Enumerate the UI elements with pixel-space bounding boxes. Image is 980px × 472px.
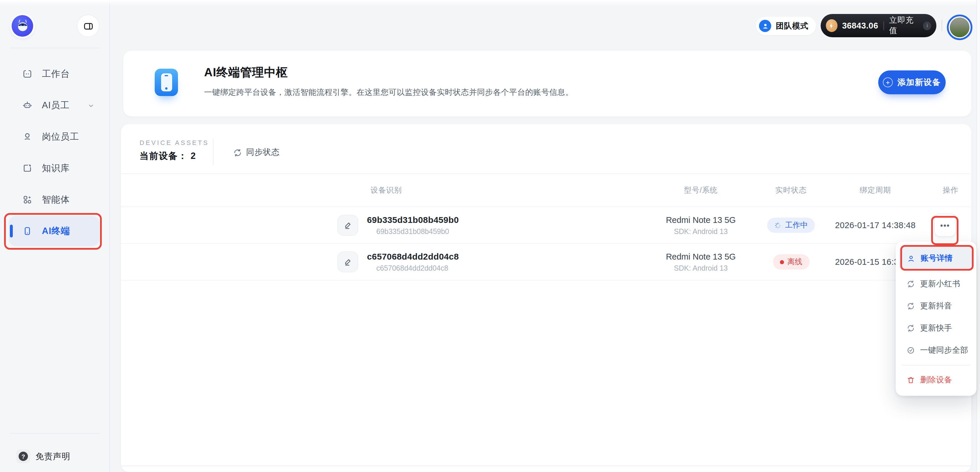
sidebar-item-ai-staff[interactable]: AI员工: [7, 92, 103, 119]
edit-device-button[interactable]: [337, 215, 358, 236]
add-device-label: 添加新设备: [897, 77, 941, 88]
section-eyebrow: DEVICE ASSETS: [140, 139, 209, 146]
layout-toggle-icon: [82, 20, 94, 32]
device-name: 69b335d31b08b459b0: [367, 215, 459, 225]
menu-item-label: 更新快手: [920, 323, 952, 333]
menu-item-label: 删除设备: [920, 375, 952, 385]
status-badge-working: 工作中: [767, 218, 815, 233]
binding-period: 2026-01-17 14:38:48: [820, 220, 931, 230]
device-sdk: SDK: Android 13: [640, 264, 762, 272]
refresh-icon: [907, 324, 915, 332]
page-header-card: AI终端管理中枢 一键绑定跨平台设备，激活智能流程引擎。在这里您可以监控设备实时…: [123, 51, 971, 116]
col-header-status: 实时状态: [762, 185, 820, 196]
section-divider: [213, 139, 213, 165]
plus-icon: +: [883, 77, 893, 87]
device-name: c657068d4dd2dd04c8: [367, 252, 459, 262]
sidebar-divider-bottom: [10, 433, 100, 434]
col-header-model: 型号/系统: [640, 185, 762, 196]
recharge-button[interactable]: 立即充值: [889, 15, 919, 36]
col-header-device-id: 设备识别: [133, 185, 640, 196]
team-person-icon: [759, 20, 771, 32]
sidebar-item-label: 工作台: [42, 68, 70, 80]
sync-status-button[interactable]: 同步状态: [233, 147, 280, 158]
team-mode-pill[interactable]: 团队模式: [756, 17, 816, 35]
menu-item-delete-device[interactable]: 删除设备: [899, 369, 973, 391]
balance-amount: 36843.06: [842, 21, 878, 30]
wallet-pill[interactable]: 36843.06 立即充值 i: [821, 14, 936, 37]
refresh-icon: [233, 148, 242, 157]
sidebar-divider-top: [10, 48, 100, 48]
app-logo[interactable]: [12, 15, 33, 37]
question-icon-wrap: ?: [16, 449, 30, 463]
menu-item-update-xiaohongshu[interactable]: 更新小红书: [899, 273, 973, 295]
table-row: c657068d4dd2dd04c8 c657068d4dd2dd04c8 Re…: [121, 244, 971, 281]
refresh-icon: [907, 280, 915, 288]
person-icon: [22, 132, 33, 142]
sidebar-item-knowledge-base[interactable]: 知识库: [7, 155, 103, 182]
table-row: 69b335d31b08b459b0 69b335d31b08b459b0 Re…: [121, 207, 971, 244]
robot-icon: [22, 100, 33, 111]
edit-device-button[interactable]: [337, 252, 358, 273]
header-divider: [942, 20, 942, 32]
app-root: 工作台 AI员工: [0, 0, 980, 472]
device-model: Redmi Note 13 5G: [640, 215, 762, 224]
scrollbar-track[interactable]: [977, 0, 980, 472]
lightning-icon: [826, 19, 837, 32]
menu-divider: [902, 365, 971, 365]
menu-item-update-kuaishou[interactable]: 更新快手: [899, 317, 973, 339]
check-circle-icon: [907, 346, 915, 354]
sidebar-item-label: 智能体: [42, 193, 70, 206]
card-bottom-divider: [121, 466, 971, 466]
pencil-icon: [343, 257, 352, 266]
user-avatar[interactable]: [947, 14, 972, 40]
device-table-card: DEVICE ASSETS 当前设备： 2 同步状态 设备识别 型号/系统 实时…: [121, 124, 971, 472]
sync-status-label: 同步状态: [246, 147, 280, 158]
pencil-icon: [343, 220, 352, 230]
trash-icon: [907, 376, 915, 384]
sidebar-item-label: 岗位员工: [42, 131, 79, 143]
device-model: Redmi Note 13 5G: [640, 252, 762, 261]
workbench-icon: [22, 69, 33, 79]
menu-item-label: 更新抖音: [920, 301, 952, 311]
sidebar-item-workbench[interactable]: 工作台: [7, 61, 103, 87]
agents-icon: [22, 195, 33, 205]
add-device-button[interactable]: + 添加新设备: [878, 70, 946, 94]
disclaimer-link[interactable]: ? 免责声明: [16, 449, 70, 463]
sidebar-item-label: AI员工: [42, 99, 70, 112]
sidebar-item-agents[interactable]: 智能体: [7, 186, 103, 213]
spinner-icon: [774, 222, 782, 229]
annotation-box-account-details: [900, 245, 974, 271]
chevron-down-icon: [87, 102, 95, 109]
team-mode-label: 团队模式: [776, 21, 808, 31]
col-header-actions: 操作: [931, 185, 959, 196]
sidebar-collapse-button[interactable]: [77, 14, 99, 37]
annotation-box-sidebar-ai-terminal: [4, 213, 102, 250]
robot-logo-icon: [15, 18, 30, 33]
disclaimer-label: 免责声明: [35, 451, 70, 462]
table-header-row: 设备识别 型号/系统 实时状态 绑定周期 操作: [121, 174, 971, 207]
sidebar-item-label: 知识库: [42, 162, 70, 174]
knowledge-icon: [22, 163, 33, 174]
terminal-hub-icon: [155, 69, 178, 96]
device-id: 69b335d31b08b459b0: [367, 228, 459, 236]
device-id: c657068d4dd2dd04c8: [367, 264, 459, 273]
col-header-period: 绑定周期: [820, 185, 931, 196]
annotation-box-more-actions: [931, 216, 958, 245]
offline-dot-icon: [780, 260, 784, 264]
menu-item-label: 更新小红书: [920, 279, 960, 289]
menu-item-label: 一键同步全部: [920, 345, 968, 356]
page-title: AI终端管理中枢: [204, 65, 288, 80]
wallet-divider: [883, 21, 884, 30]
top-fade: [0, 0, 980, 6]
device-sdk: SDK: Android 13: [640, 227, 762, 235]
status-badge-offline: 离线: [773, 254, 809, 269]
menu-item-update-douyin[interactable]: 更新抖音: [899, 295, 973, 317]
refresh-icon: [907, 302, 915, 310]
menu-item-sync-all[interactable]: 一键同步全部: [899, 339, 973, 361]
question-icon: ?: [19, 451, 28, 461]
status-label: 离线: [787, 257, 802, 267]
info-icon[interactable]: i: [923, 21, 931, 30]
sidebar-item-position-staff[interactable]: 岗位员工: [7, 123, 103, 150]
status-label: 工作中: [785, 220, 808, 230]
sidebar-nav: 工作台 AI员工: [7, 61, 103, 218]
